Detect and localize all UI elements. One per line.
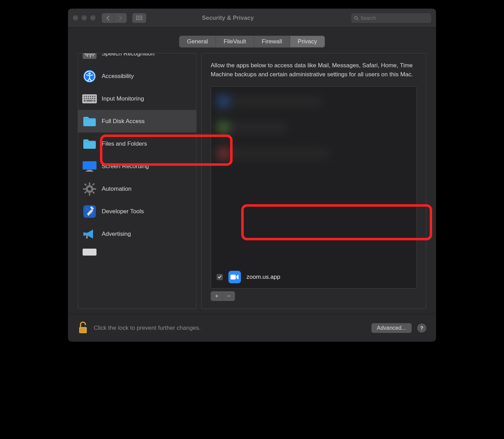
folder-icon: [82, 137, 97, 151]
hammer-icon: [82, 204, 97, 219]
sidebar-item-automation[interactable]: Automation: [78, 178, 196, 200]
svg-rect-9: [88, 96, 89, 97]
svg-rect-39: [83, 249, 96, 256]
traffic-lights: [73, 15, 95, 20]
add-button[interactable]: +: [211, 292, 223, 301]
lock-text: Click the lock to prevent further change…: [94, 325, 201, 332]
tab-general[interactable]: General: [179, 36, 216, 47]
sidebar-item-full-disk-access[interactable]: Full Disk Access: [78, 110, 196, 132]
svg-rect-28: [89, 193, 90, 196]
svg-rect-8: [86, 96, 87, 97]
sidebar-item-developer-tools[interactable]: Developer Tools: [78, 200, 196, 223]
sidebar-item-next[interactable]: [78, 245, 196, 259]
add-remove-buttons: + −: [211, 291, 235, 301]
detail-description: Allow the apps below to access data like…: [211, 61, 417, 79]
search-field[interactable]: [351, 13, 431, 23]
svg-rect-15: [88, 98, 89, 99]
svg-point-26: [88, 187, 91, 191]
svg-rect-32: [92, 191, 95, 194]
svg-rect-24: [86, 171, 93, 172]
waveform-icon: [82, 53, 97, 61]
tab-privacy[interactable]: Privacy: [290, 36, 325, 47]
svg-rect-12: [94, 96, 95, 97]
svg-rect-33: [92, 183, 95, 186]
svg-rect-31: [84, 183, 87, 186]
svg-rect-40: [230, 275, 236, 279]
sidebar-item-label: Advertising: [102, 231, 131, 238]
svg-rect-38: [86, 235, 88, 239]
detail-panel: Allow the apps below to access data like…: [201, 53, 426, 309]
sidebar-item-label: Files and Folders: [102, 140, 147, 147]
search-icon: [354, 16, 359, 20]
lock-icon[interactable]: [78, 321, 88, 335]
gear-icon: [82, 182, 97, 196]
remove-button[interactable]: −: [223, 292, 235, 301]
footer: Click the lock to prevent further change…: [68, 314, 436, 342]
svg-rect-11: [92, 96, 93, 97]
tab-bar: General FileVault Firewall Privacy: [68, 27, 436, 53]
svg-rect-19: [84, 100, 86, 102]
svg-rect-22: [83, 161, 96, 170]
svg-rect-23: [87, 170, 92, 171]
sidebar-item-screen-recording[interactable]: Screen Recording: [78, 155, 196, 178]
svg-rect-29: [83, 188, 86, 190]
sidebar-item-label: Developer Tools: [102, 208, 144, 215]
svg-rect-13: [84, 98, 85, 99]
accessibility-icon: [82, 69, 97, 84]
svg-rect-37: [83, 232, 85, 236]
folder-icon: [82, 114, 97, 129]
svg-rect-14: [86, 98, 87, 99]
app-row-zoom[interactable]: zoom.us.app: [211, 266, 417, 288]
sidebar-item-label: Speech Recognition: [102, 53, 154, 57]
svg-rect-27: [89, 182, 90, 185]
megaphone-icon: [82, 227, 97, 241]
svg-line-1: [357, 19, 358, 20]
tab-firewall[interactable]: Firewall: [254, 36, 290, 47]
app-checkbox[interactable]: [217, 274, 223, 280]
svg-rect-7: [84, 96, 85, 97]
preferences-window: Security & Privacy General FileVault Fir…: [68, 9, 436, 342]
svg-rect-18: [94, 98, 95, 99]
content-area: Speech Recognition Accessibility Input M…: [68, 53, 436, 314]
sidebar-item-speech-recognition[interactable]: Speech Recognition: [78, 53, 196, 65]
sidebar-item-advertising[interactable]: Advertising: [78, 223, 196, 245]
display-icon: [82, 159, 97, 174]
sidebar-item-accessibility[interactable]: Accessibility: [78, 65, 196, 87]
minimize-window-button[interactable]: [82, 15, 87, 20]
sidebar-item-files-and-folders[interactable]: Files and Folders: [78, 132, 196, 155]
blurred-rows: [211, 87, 417, 264]
app-list[interactable]: zoom.us.app: [211, 86, 417, 289]
generic-icon: [82, 245, 97, 259]
privacy-sidebar[interactable]: Speech Recognition Accessibility Input M…: [78, 53, 196, 309]
app-name-label: zoom.us.app: [246, 274, 280, 281]
svg-rect-34: [84, 191, 87, 193]
sidebar-item-input-monitoring[interactable]: Input Monitoring: [78, 87, 196, 110]
sidebar-item-label: Full Disk Access: [102, 118, 145, 125]
svg-rect-17: [92, 98, 93, 99]
sidebar-item-label: Input Monitoring: [102, 95, 144, 102]
zoom-app-icon: [228, 271, 241, 283]
help-button[interactable]: ?: [417, 324, 426, 333]
checkmark-icon: [218, 275, 222, 279]
svg-point-5: [89, 72, 91, 75]
keyboard-icon: [82, 92, 97, 106]
zoom-window-button[interactable]: [90, 15, 95, 20]
svg-rect-16: [90, 98, 91, 99]
window-title: Security & Privacy: [108, 15, 348, 21]
sidebar-item-label: Automation: [102, 186, 132, 192]
search-input[interactable]: [361, 15, 428, 21]
svg-rect-21: [93, 100, 95, 102]
svg-rect-30: [93, 188, 96, 190]
svg-rect-41: [79, 327, 87, 333]
sidebar-item-label: Screen Recording: [102, 163, 149, 170]
svg-rect-10: [90, 96, 91, 97]
titlebar: Security & Privacy: [68, 9, 436, 27]
svg-rect-20: [86, 100, 93, 102]
advanced-button[interactable]: Advanced...: [371, 323, 412, 333]
close-window-button[interactable]: [73, 15, 78, 20]
tab-filevault[interactable]: FileVault: [216, 36, 254, 47]
sidebar-item-label: Accessibility: [102, 73, 134, 80]
